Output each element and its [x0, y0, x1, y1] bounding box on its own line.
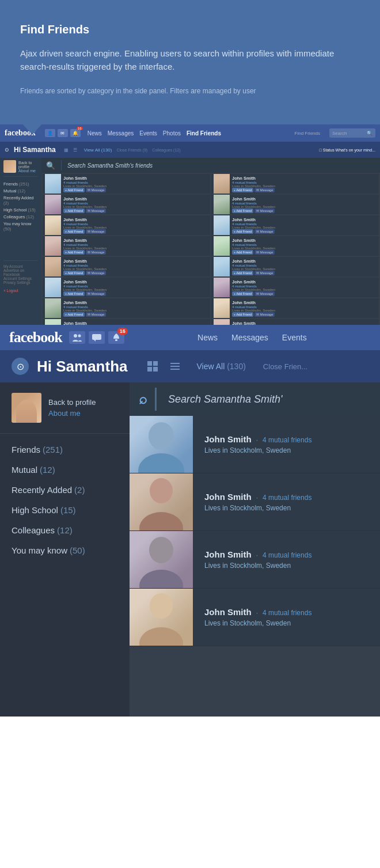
small-message-btn-4[interactable]: ✉ Message	[86, 250, 106, 255]
small-nav-photos[interactable]: Photos	[163, 130, 181, 137]
large-main: Back to profile About me Friends (251) M…	[0, 382, 380, 717]
small-add-friend-btn-r5[interactable]: + Add Friend	[232, 271, 253, 275]
small-add-friend-btn-r3[interactable]: + Add Friend	[232, 229, 253, 234]
small-add-friend-btn-r7[interactable]: + Add Friend	[232, 312, 253, 317]
small-sidebar-mutual[interactable]: Mutual (12)	[3, 188, 38, 194]
small-nav-news[interactable]: News	[88, 130, 102, 137]
small-messages-icon[interactable]: ✉	[58, 129, 68, 137]
small-message-btn-r3[interactable]: ✉ Message	[254, 229, 275, 234]
small-message-btn-6[interactable]: ✉ Message	[86, 291, 106, 296]
small-friend-name-8: John Smith	[63, 321, 208, 325]
hero-note: Friends are sorted by category in the si…	[20, 86, 360, 96]
small-view-all[interactable]: View All (130)	[84, 147, 112, 153]
list-item: John Smith · 4 mutual friends Lives in S…	[130, 531, 380, 589]
small-add-friend-btn-3[interactable]: + Add Friend	[63, 229, 85, 234]
small-message-btn-7[interactable]: ✉ Message	[86, 312, 106, 317]
small-friends-icon[interactable]: 👤	[45, 129, 55, 137]
mutual-count: (12)	[40, 465, 55, 475]
small-close-friends[interactable]: Close Friends (9)	[116, 148, 147, 152]
fb-friends-icon[interactable]	[69, 331, 85, 344]
fb-notif-icon[interactable]: 16	[108, 331, 124, 344]
sidebar-item-recently-added[interactable]: Recently Added (2)	[0, 480, 130, 500]
small-friend-actions-r7: + Add Friend ✉ Message	[232, 312, 377, 317]
small-message-btn-r1[interactable]: ✉ Message	[254, 188, 275, 192]
sidebar-item-friends[interactable]: Friends (251)	[0, 439, 130, 460]
fb-nav-messages[interactable]: Messages	[231, 333, 268, 342]
small-message-btn-3[interactable]: ✉ Message	[86, 229, 106, 234]
small-nav-events[interactable]: Events	[139, 130, 157, 137]
fb-nav-icons-large: 16	[69, 331, 124, 344]
grid-view-icon[interactable]	[147, 361, 158, 372]
small-message-btn-r5[interactable]: ✉ Message	[254, 271, 275, 275]
sidebar-item-colleagues[interactable]: Colleagues (12)	[0, 520, 130, 540]
small-message-btn-r2[interactable]: ✉ Message	[254, 209, 275, 213]
fb-nav-events[interactable]: Events	[282, 333, 307, 342]
small-avatar	[3, 160, 16, 173]
svg-point-8	[139, 512, 183, 530]
large-content: ⌕ Search Samantha Smith' Jo	[130, 382, 380, 717]
small-sidebar-colleagues[interactable]: Colleagues (12)	[3, 214, 38, 219]
small-back-to-profile[interactable]: Back to profile	[18, 161, 38, 169]
small-message-btn-r4[interactable]: ✉ Message	[254, 250, 275, 255]
small-colleagues[interactable]: Colleagues (12)	[152, 148, 180, 152]
hi-view-all-label: View All	[197, 362, 225, 371]
large-back-to-profile[interactable]: Back to profile	[48, 398, 96, 407]
large-search-bar[interactable]: ⌕ Search Samantha Smith'	[130, 382, 380, 416]
small-message-btn-r6[interactable]: ✉ Message	[254, 291, 275, 296]
small-friend-name-r6: John Smith	[232, 279, 377, 285]
small-add-friend-btn-5[interactable]: + Add Friend	[63, 271, 85, 275]
small-add-friend-btn-1[interactable]: + Add Friend	[63, 188, 85, 192]
small-advertise[interactable]: Advertise on Facebook	[3, 268, 38, 276]
small-sidebar-friends[interactable]: Friends (251)	[3, 181, 38, 187]
large-about-me[interactable]: About me	[48, 409, 96, 418]
small-add-friend-btn-r1[interactable]: + Add Friend	[232, 188, 253, 192]
table-row: John Smith 4 mutual friends Lives in Sto…	[211, 215, 379, 235]
small-sidebar-recently-added[interactable]: Recently Added (2)	[3, 195, 38, 206]
hero-section: Find Friends Ajax driven search engine. …	[0, 0, 380, 124]
table-row: John Smith 4 mutual friends Lives in Sto…	[43, 257, 210, 276]
sidebar-item-high-school[interactable]: High School (15)	[0, 500, 130, 520]
fb-nav-news[interactable]: News	[197, 333, 218, 342]
small-notif-icon[interactable]: 🔔	[70, 129, 81, 137]
small-nav-find-friends[interactable]: Find Friends	[187, 130, 221, 137]
large-friend-name-row-2: John Smith · 4 mutual friends	[204, 492, 368, 502]
small-friend-info-r8: John Smith 4 mutual friends Lives in Sto…	[232, 321, 377, 325]
small-sidebar-high-school[interactable]: High School (15)	[3, 207, 38, 213]
small-privacy[interactable]: Privacy Settings	[3, 281, 38, 285]
hi-close-friends[interactable]: Close Frien...	[263, 362, 307, 371]
small-about-me[interactable]: About me	[18, 169, 38, 173]
small-nav-messages[interactable]: Messages	[108, 130, 134, 137]
fb-messages-icon[interactable]	[89, 331, 105, 344]
large-friend-photo-1	[130, 416, 193, 473]
small-friend-actions-3: + Add Friend ✉ Message	[63, 229, 208, 234]
small-message-btn-5[interactable]: ✉ Message	[86, 271, 106, 275]
small-message-btn-r7[interactable]: ✉ Message	[254, 312, 275, 317]
list-view-icon[interactable]	[170, 363, 180, 370]
svg-rect-2	[92, 334, 101, 340]
small-sidebar-you-may-know[interactable]: You may know (50)	[3, 221, 38, 232]
sidebar-item-mutual[interactable]: Mutual (12)	[0, 460, 130, 480]
small-add-friend-btn-r6[interactable]: + Add Friend	[232, 291, 253, 296]
small-profile-row: Back to profile About me	[3, 160, 38, 177]
small-add-friend-btn-6[interactable]: + Add Friend	[63, 291, 85, 296]
small-friend-photo-r1	[214, 174, 230, 194]
small-content: 🔍 Search Samantha Smith's friends John S…	[41, 158, 380, 325]
small-add-friend-btn-r2[interactable]: + Add Friend	[232, 209, 253, 213]
small-account-settings[interactable]: Account Settings	[3, 276, 38, 281]
small-friend-actions-4: + Add Friend ✉ Message	[63, 250, 208, 255]
hi-view-all[interactable]: View All (130)	[197, 362, 246, 371]
small-logout[interactable]: × Logout	[3, 289, 18, 293]
svg-point-10	[139, 570, 183, 588]
table-row: John Smith 4 mutual friends Lives in Sto…	[211, 278, 379, 297]
small-add-friend-btn-4[interactable]: + Add Friend	[63, 250, 85, 255]
small-message-btn-2[interactable]: ✉ Message	[86, 209, 106, 213]
large-friend-mutual-2: 4 mutual friends	[263, 494, 311, 502]
small-add-friend-btn-2[interactable]: + Add Friend	[63, 209, 85, 213]
small-add-friend-btn-r4[interactable]: + Add Friend	[232, 250, 253, 255]
fb-notif-badge: 16	[117, 328, 128, 335]
small-add-friend-btn-7[interactable]: + Add Friend	[63, 312, 85, 317]
lives-in-label-4: Lives in	[204, 619, 230, 627]
small-message-btn-1[interactable]: ✉ Message	[86, 188, 106, 192]
sidebar-item-you-may-know[interactable]: You may know (50)	[0, 540, 130, 560]
small-search-box[interactable]: Search 🔍	[329, 128, 375, 138]
